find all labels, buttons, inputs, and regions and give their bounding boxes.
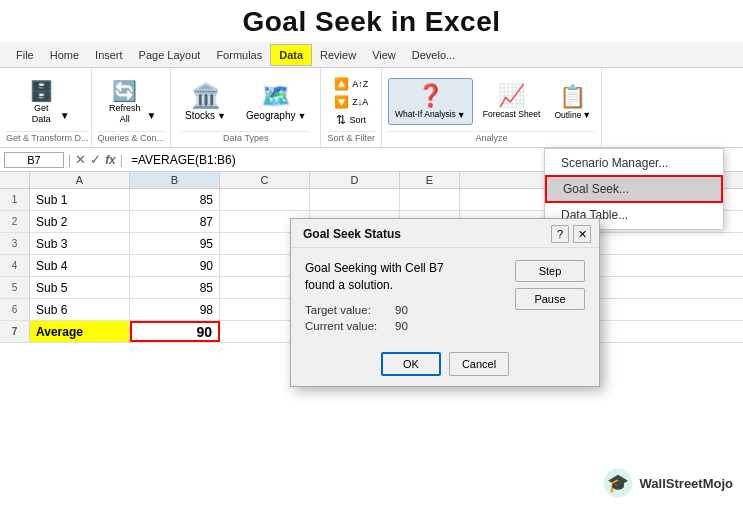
col-header-c[interactable]: C <box>220 172 310 188</box>
cell-2-b[interactable]: 87 <box>130 211 220 232</box>
cell-6-b[interactable]: 98 <box>130 299 220 320</box>
col-header-b[interactable]: B <box>130 172 220 188</box>
row-2-header: 2 <box>0 211 30 232</box>
forecast-label: Forecast Sheet <box>483 109 541 119</box>
refresh-all-button[interactable]: 🔄 RefreshAll <box>105 77 145 127</box>
queries-label: Queries & Con... <box>98 131 165 143</box>
insert-function-icon[interactable]: fx <box>105 153 116 167</box>
what-if-icon: ❓ <box>417 83 444 109</box>
dialog-footer: OK Cancel <box>291 346 599 386</box>
what-if-analysis-button[interactable]: ❓ What-If Analysis ▼ <box>388 78 473 124</box>
get-transform-group: 🗄️ GetData ▼ Get & Transform D... <box>4 68 92 147</box>
sort-button[interactable]: ⇅ Sort <box>333 112 369 128</box>
wsm-icon: 🎓 <box>602 467 634 499</box>
cell-4-a[interactable]: Sub 4 <box>30 255 130 276</box>
dialog-close-button[interactable]: ✕ <box>573 225 591 243</box>
cell-1-b[interactable]: 85 <box>130 189 220 210</box>
cell-3-b[interactable]: 95 <box>130 233 220 254</box>
stocks-button[interactable]: 🏛️ Stocks ▼ <box>181 80 230 123</box>
database-icon: 🗄️ <box>29 79 54 103</box>
scenario-manager-item[interactable]: Scenario Manager... <box>545 151 723 175</box>
dialog-right-buttons: Step Pause <box>515 260 585 336</box>
row-5-header: 5 <box>0 277 30 298</box>
col-header-a[interactable]: A <box>30 172 130 188</box>
get-data-dropdown-icon[interactable]: ▼ <box>60 110 70 121</box>
sort-za-button[interactable]: 🔽 Z↓A <box>331 94 371 110</box>
dialog-target-row: Target value: 90 <box>305 304 505 316</box>
confirm-icon[interactable]: ✓ <box>90 152 101 167</box>
col-header-d[interactable]: D <box>310 172 400 188</box>
tab-review[interactable]: Review <box>312 45 364 65</box>
forecast-icon: 📈 <box>498 83 525 109</box>
tab-file[interactable]: File <box>8 45 42 65</box>
col-header-e[interactable]: E <box>400 172 460 188</box>
refresh-label: RefreshAll <box>109 103 141 125</box>
tab-formulas[interactable]: Formulas <box>208 45 270 65</box>
cell-5-b[interactable]: 85 <box>130 277 220 298</box>
cell-7-b[interactable]: 90 <box>130 321 220 342</box>
goal-seek-item[interactable]: Goal Seek... <box>545 175 723 203</box>
cell-4-b[interactable]: 90 <box>130 255 220 276</box>
stocks-dropdown-icon[interactable]: ▼ <box>217 111 226 121</box>
dialog-left-content: Goal Seeking with Cell B7found a solutio… <box>305 260 505 336</box>
cell-2-a[interactable]: Sub 2 <box>30 211 130 232</box>
data-types-label: Data Types <box>181 131 310 143</box>
cell-1-d[interactable] <box>310 189 400 210</box>
refresh-icon: 🔄 <box>112 79 137 103</box>
dialog-question-mark[interactable]: ? <box>551 225 569 243</box>
page-title: Goal Seek in Excel <box>0 0 743 42</box>
analysis-section: ❓ What-If Analysis ▼ 📈 Forecast Sheet 📋 … <box>382 68 602 147</box>
get-data-button[interactable]: 🗄️ GetData <box>25 77 58 127</box>
tab-page-layout[interactable]: Page Layout <box>131 45 209 65</box>
name-box[interactable] <box>4 152 64 168</box>
tab-view[interactable]: View <box>364 45 404 65</box>
outline-button[interactable]: 📋 Outline ▼ <box>550 82 595 122</box>
goal-seek-dialog: Goal Seek Status ? ✕ Goal Seeking with C… <box>290 218 600 387</box>
refresh-dropdown-icon[interactable]: ▼ <box>147 110 157 121</box>
cancel-icon[interactable]: ✕ <box>75 152 86 167</box>
row-6-header: 6 <box>0 299 30 320</box>
formula-divider-2: | <box>120 153 123 167</box>
tab-home[interactable]: Home <box>42 45 87 65</box>
cancel-button[interactable]: Cancel <box>449 352 509 376</box>
dialog-title: Goal Seek Status <box>303 227 401 241</box>
step-button[interactable]: Step <box>515 260 585 282</box>
geography-button[interactable]: 🗺️ Geography ▼ <box>242 80 310 123</box>
stocks-icon: 🏛️ <box>191 82 221 110</box>
cell-1-e[interactable] <box>400 189 460 210</box>
outline-dropdown-icon[interactable]: ▼ <box>582 110 591 120</box>
get-transform-label: Get & Transform D... <box>6 131 89 143</box>
sort-za-label: Z↓A <box>352 97 368 107</box>
ribbon-tabs: File Home Insert Page Layout Formulas Da… <box>0 42 743 68</box>
target-value: 90 <box>395 304 505 316</box>
svg-text:🎓: 🎓 <box>607 472 629 494</box>
cell-6-a[interactable]: Sub 6 <box>30 299 130 320</box>
forecast-sheet-button[interactable]: 📈 Forecast Sheet <box>479 81 545 121</box>
pause-button[interactable]: Pause <box>515 288 585 310</box>
geography-dropdown-icon[interactable]: ▼ <box>297 111 306 121</box>
tab-data[interactable]: Data <box>270 44 312 66</box>
row-header-corner <box>0 172 30 188</box>
sort-az-icon: 🔼 <box>334 77 349 91</box>
cell-3-a[interactable]: Sub 3 <box>30 233 130 254</box>
tab-insert[interactable]: Insert <box>87 45 131 65</box>
cell-5-a[interactable]: Sub 5 <box>30 277 130 298</box>
geography-icon: 🗺️ <box>261 82 291 110</box>
get-data-label: GetData <box>32 103 51 125</box>
what-if-label: What-If Analysis <box>395 109 456 119</box>
outline-icon: 📋 <box>559 84 586 110</box>
sort-az-button[interactable]: 🔼 A↑Z <box>331 76 371 92</box>
cell-1-a[interactable]: Sub 1 <box>30 189 130 210</box>
cell-7-a[interactable]: Average <box>30 321 130 342</box>
current-value-label: Current value: <box>305 320 395 332</box>
what-if-dropdown-icon[interactable]: ▼ <box>457 110 466 120</box>
outline-label: Outline <box>554 110 581 120</box>
formula-divider-1: | <box>68 153 71 167</box>
cell-1-c[interactable] <box>220 189 310 210</box>
dialog-body: Goal Seeking with Cell B7found a solutio… <box>291 248 599 346</box>
tab-develo[interactable]: Develo... <box>404 45 463 65</box>
target-value-label: Target value: <box>305 304 395 316</box>
wsm-name: WallStreetMojo <box>640 476 733 491</box>
ok-button[interactable]: OK <box>381 352 441 376</box>
sort-label: Sort <box>349 115 366 125</box>
